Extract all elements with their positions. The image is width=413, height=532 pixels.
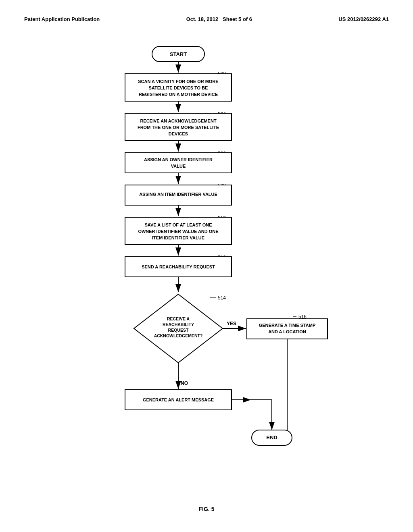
diagram-container: START 502 SCAN A VICINITY FOR ONE OR MOR… <box>24 38 389 494</box>
step-518-text: GENERATE AN ALERT MESSAGE <box>143 397 214 402</box>
flowchart-svg: START 502 SCAN A VICINITY FOR ONE OR MOR… <box>49 38 364 494</box>
page: Patent Application Publication Oct. 18, … <box>0 0 413 532</box>
step-504-line2: FROM THE ONE OR MORE SATELLITE <box>138 125 219 130</box>
svg-rect-24 <box>247 319 327 339</box>
step-506-line2: VALUE <box>171 164 186 168</box>
svg-rect-10 <box>125 153 232 173</box>
yes-label: YES <box>227 321 236 326</box>
step-510-line3: ITEM IDENTIFIER VALUE <box>152 235 204 240</box>
decision-line3: REQUEST <box>168 328 189 332</box>
step-510-line1: SAVE A LIST OF AT LEAST ONE <box>144 222 212 227</box>
step-506-line1: ASSIGN AN OWNER IDENTIFIER <box>144 157 213 162</box>
decision-line2: REACHABILITY <box>163 322 194 327</box>
start-label: START <box>170 51 187 57</box>
step-502-line1: SCAN A VICINITY FOR ONE OR MORE <box>138 79 218 84</box>
header: Patent Application Publication Oct. 18, … <box>24 16 389 22</box>
step-502-line3: REGISTERED ON A MOTHER DEVICE <box>139 92 218 97</box>
step-516-line1: GENERATE A TIME STAMP <box>259 323 316 328</box>
step-508-text: ASSING AN ITEM IDENTIFIER VALUE <box>139 192 217 197</box>
end-label: END <box>266 434 277 441</box>
no-label: NO <box>181 380 188 386</box>
header-left: Patent Application Publication <box>24 16 100 22</box>
header-right: US 2012/0262292 A1 <box>338 16 389 22</box>
step-502-line2: SATELLITE DEVICES TO BE <box>149 85 208 90</box>
header-center: Oct. 18, 2012 Sheet 5 of 6 <box>186 16 252 22</box>
step-514-label: 514 <box>218 295 226 301</box>
step-504-line1: RECEIVE AN ACKNOWLEDGEMENT <box>140 118 217 123</box>
step-516-line2: AND A LOCATION <box>268 329 306 334</box>
figure-label: FIG. 5 <box>24 506 389 512</box>
step-504-line3: DEVICES <box>169 131 188 136</box>
step-512-text: SEND A REACHABILITY REQUEST <box>142 264 215 269</box>
step-510-line2: OWNER IDENTIFIER VALUE AND ONE <box>138 229 218 234</box>
decision-line1: RECEIVE A <box>167 316 190 321</box>
decision-line4: ACKNOWLEDGEMENT? <box>154 333 203 338</box>
